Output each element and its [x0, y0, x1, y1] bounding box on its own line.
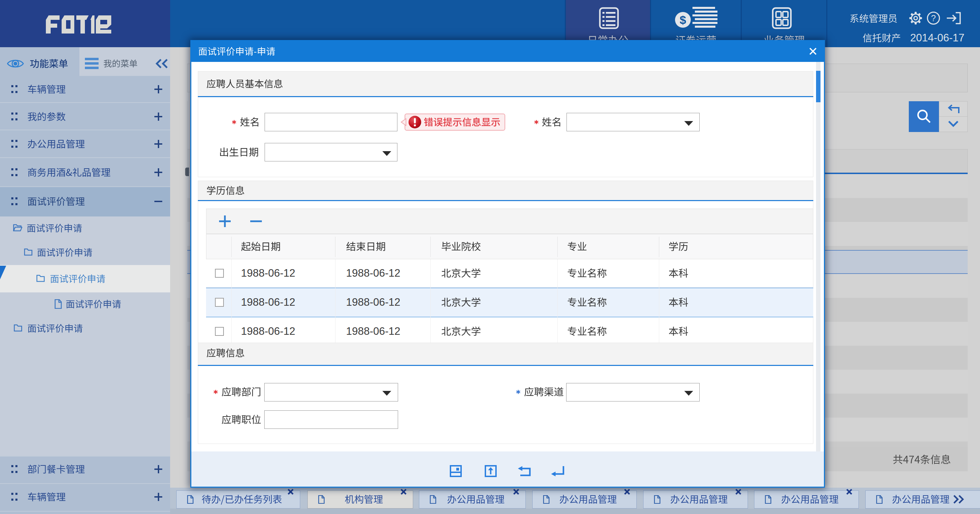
svg-text:?: ?	[931, 13, 936, 23]
svg-text:$: $	[680, 13, 686, 26]
